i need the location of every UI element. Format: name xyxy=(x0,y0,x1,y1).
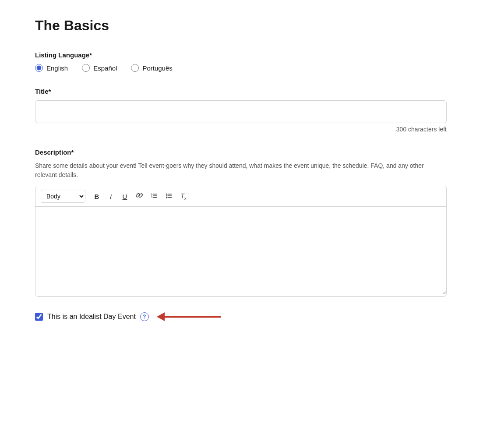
language-option-portugues[interactable]: Português xyxy=(131,64,172,72)
listing-language-group: Listing Language* English Español Portug… xyxy=(35,51,447,72)
arrow-annotation xyxy=(157,312,221,321)
radio-portugues[interactable] xyxy=(131,64,139,72)
radio-english[interactable] xyxy=(35,64,43,72)
clear-format-button[interactable]: Tx xyxy=(177,190,190,202)
char-count: 300 characters left xyxy=(35,126,447,133)
language-option-espanol[interactable]: Español xyxy=(82,64,117,72)
radio-espanol-label: Español xyxy=(93,64,117,72)
rich-editor-container: Body Heading 1 Heading 2 Heading 3 B I U xyxy=(35,186,447,297)
title-input[interactable] xyxy=(35,100,447,123)
section-title: The Basics xyxy=(35,18,447,34)
underline-icon: U xyxy=(123,193,127,200)
description-field-group: Description* Share some details about yo… xyxy=(35,149,447,297)
bold-button[interactable]: B xyxy=(91,190,103,202)
body-style-select[interactable]: Body Heading 1 Heading 2 Heading 3 xyxy=(41,190,85,203)
help-icon[interactable]: ? xyxy=(140,312,149,321)
clear-format-icon: Tx xyxy=(180,192,186,201)
editor-toolbar: Body Heading 1 Heading 2 Heading 3 B I U xyxy=(35,186,446,207)
idealist-day-label: This is an Idealist Day Event xyxy=(47,313,136,321)
title-field-group: Title* 300 characters left xyxy=(35,88,447,133)
arrow-body xyxy=(164,316,221,318)
link-button[interactable] xyxy=(133,190,146,202)
radio-english-label: English xyxy=(46,64,68,72)
unordered-list-button[interactable] xyxy=(162,190,176,202)
svg-point-8 xyxy=(166,197,168,198)
svg-point-7 xyxy=(166,195,168,196)
ordered-list-button[interactable]: 1. 2. 3. xyxy=(148,190,161,202)
ordered-list-icon: 1. 2. 3. xyxy=(151,192,158,201)
idealist-day-checkbox[interactable] xyxy=(35,313,43,321)
italic-icon: I xyxy=(110,193,112,200)
idealist-day-row: This is an Idealist Day Event ? xyxy=(35,312,447,321)
svg-point-6 xyxy=(166,193,168,195)
language-radio-group: English Español Português xyxy=(35,64,447,72)
radio-espanol[interactable] xyxy=(82,64,90,72)
unordered-list-icon xyxy=(166,192,173,201)
listing-language-label: Listing Language* xyxy=(35,51,447,59)
language-option-english[interactable]: English xyxy=(35,64,68,72)
italic-button[interactable]: I xyxy=(105,190,117,202)
bold-icon: B xyxy=(95,193,99,200)
description-label: Description* xyxy=(35,149,447,156)
link-icon xyxy=(136,192,143,201)
underline-button[interactable]: U xyxy=(119,190,131,202)
radio-portugues-label: Português xyxy=(142,64,172,72)
description-editor[interactable] xyxy=(35,207,446,294)
description-subtitle: Share some details about your event! Tel… xyxy=(35,161,447,180)
svg-text:3.: 3. xyxy=(151,196,153,198)
title-label: Title* xyxy=(35,88,447,95)
page-container: The Basics Listing Language* English Esp… xyxy=(0,0,482,339)
